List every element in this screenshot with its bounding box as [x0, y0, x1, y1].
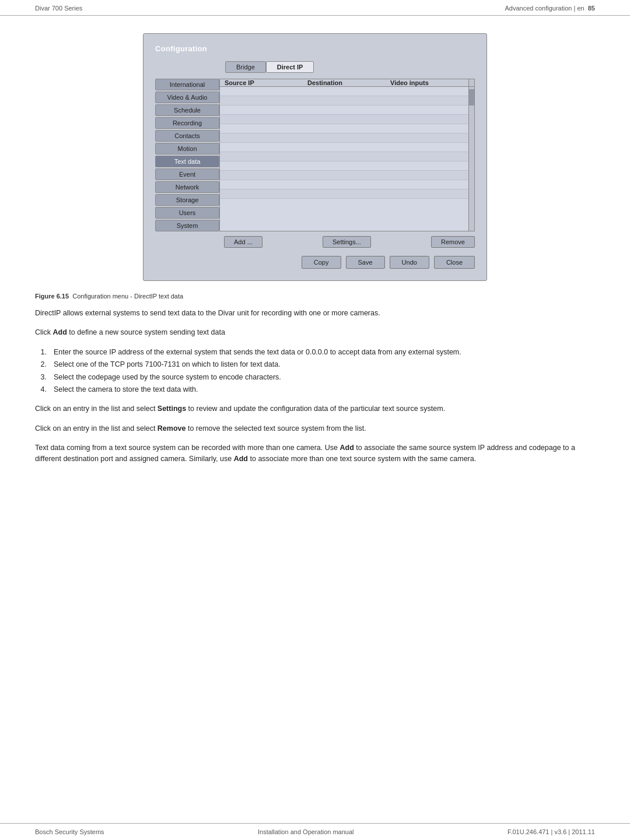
footer-center: Installation and Operation manual	[258, 828, 354, 835]
para-final: Text data coming from a text source syst…	[35, 442, 595, 465]
tab-bridge[interactable]: Bridge	[225, 61, 266, 73]
sidebar-item-video-audio[interactable]: Video & Audio	[155, 92, 219, 103]
remove-button[interactable]: Remove	[431, 236, 475, 248]
sidebar-item-schedule[interactable]: Schedule	[155, 104, 219, 116]
col-video-inputs: Video inputs	[386, 79, 468, 86]
header-right: Advanced configuration | en 85	[505, 5, 595, 12]
list-item: 3. Select the codepage used by the sourc…	[35, 372, 595, 383]
figure-caption: Figure 6.15 Configuration menu - DirectI…	[35, 293, 595, 300]
sidebar-item-users[interactable]: Users	[155, 207, 219, 219]
copy-button[interactable]: Copy	[302, 256, 341, 269]
footer-left: Bosch Security Systems	[35, 828, 104, 835]
bottom-btn-row: Add ... Settings... Remove	[155, 236, 475, 248]
tab-row: Bridge Direct IP	[225, 61, 475, 73]
action-btn-row: Copy Save Undo Close	[155, 256, 475, 269]
col-source-ip: Source IP	[220, 79, 303, 86]
sidebar-item-system[interactable]: System	[155, 220, 219, 231]
settings-button[interactable]: Settings...	[323, 236, 371, 248]
main-content: Configuration Bridge Direct IP Internati…	[0, 16, 630, 497]
sidebar-item-motion[interactable]: Motion	[155, 143, 219, 154]
header-left: Divar 700 Series	[35, 5, 82, 12]
numbered-list: 1. Enter the source IP address of the ex…	[35, 347, 595, 396]
sidebar-item-network[interactable]: Network	[155, 181, 219, 193]
page-header: Divar 700 Series Advanced configuration …	[0, 0, 630, 16]
sidebar-item-recording[interactable]: Recording	[155, 117, 219, 129]
undo-button[interactable]: Undo	[390, 256, 429, 269]
col-destination: Destination	[303, 79, 386, 86]
para-remove: Click on an entry in the list and select…	[35, 423, 595, 434]
data-table-body	[219, 87, 475, 231]
data-panel: Source IP Destination Video inputs	[219, 79, 475, 231]
list-item: 2. Select one of the TCP ports 7100-7131…	[35, 359, 595, 370]
main-panel: International Video & Audio Schedule Rec…	[155, 79, 475, 231]
sidebar-item-contacts[interactable]: Contacts	[155, 130, 219, 142]
sidebar-item-textdata[interactable]: Text data	[155, 156, 219, 167]
para-click-add: Click Add to define a new source system …	[35, 327, 595, 338]
sidebar-nav: International Video & Audio Schedule Rec…	[155, 79, 219, 231]
page-footer: Bosch Security Systems Installation and …	[0, 823, 630, 840]
list-item: 1. Enter the source IP address of the ex…	[35, 347, 595, 358]
footer-right: F.01U.246.471 | v3.6 | 2011.11	[508, 828, 595, 835]
save-button[interactable]: Save	[346, 256, 385, 269]
sidebar-item-storage[interactable]: Storage	[155, 194, 219, 206]
add-button[interactable]: Add ...	[224, 236, 262, 248]
configuration-dialog: Configuration Bridge Direct IP Internati…	[143, 33, 487, 281]
page-number: 85	[588, 5, 595, 12]
para-intro: DirectIP allows external systems to send…	[35, 308, 595, 319]
list-item: 4. Select the camera to store the text d…	[35, 384, 595, 395]
config-title: Configuration	[155, 44, 475, 53]
sidebar-item-event[interactable]: Event	[155, 168, 219, 180]
close-button[interactable]: Close	[434, 256, 475, 269]
sidebar-item-international[interactable]: International	[155, 79, 219, 90]
para-settings: Click on an entry in the list and select…	[35, 403, 595, 414]
tab-directip[interactable]: Direct IP	[266, 61, 314, 73]
